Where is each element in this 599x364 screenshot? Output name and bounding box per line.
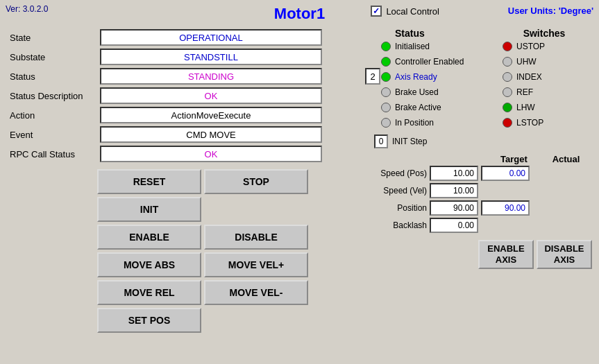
switch-indicators: USTOPUHWINDEXREFLHWLSTOP	[503, 39, 586, 130]
set-pos-button[interactable]: SET POS	[97, 308, 201, 333]
state-label-1: Substate	[7, 47, 97, 67]
ta-target-0[interactable]: 10.00	[430, 166, 478, 181]
ta-actual-0: 0.00	[481, 166, 530, 181]
init-button[interactable]: INIT	[97, 197, 201, 222]
status-indicator-4: Brake Active	[381, 100, 503, 115]
status-indicator-1: Controller Enabled	[381, 54, 503, 69]
status-indicator-3: Brake Used	[381, 85, 503, 100]
local-control-checkbox[interactable]: ✓	[371, 6, 382, 17]
state-table: StateOPERATIONALSubstateSTANDSTILLStatus…	[7, 28, 361, 164]
state-value-cell-4: ActionMoveExecute	[97, 105, 361, 125]
status-indicator-label-0: Initialised	[395, 42, 430, 51]
user-units-label: User Units: 'Degree'	[508, 6, 593, 16]
status-indicator-label-2: Axis Ready	[395, 72, 437, 82]
move-rel-button[interactable]: MOVE REL	[97, 280, 201, 305]
move-vel+-button[interactable]: MOVE VEL+	[204, 252, 308, 277]
switch-label-4: LHW	[516, 103, 535, 112]
state-value-cell-6: OK	[97, 144, 361, 164]
switch-led-0	[503, 42, 512, 51]
ta-target-3[interactable]: 0.00	[430, 218, 478, 233]
ta-row-2: Position90.0090.00	[371, 200, 592, 216]
axis-buttons: ENABLE AXIS DISABLE AXIS	[371, 240, 592, 269]
actual-header: Actual	[540, 154, 592, 164]
init-step-label: INIT Step	[392, 137, 427, 146]
state-value-box-4: ActionMoveExecute	[100, 107, 322, 123]
state-label-0: State	[7, 28, 97, 47]
switch-led-5	[503, 118, 512, 128]
status-indicator-2: Axis Ready	[381, 69, 503, 85]
switches-header: Switches	[503, 28, 586, 39]
switch-item-5: LSTOP	[503, 115, 586, 130]
switch-label-2: INDEX	[516, 72, 542, 82]
switch-led-3	[503, 87, 512, 97]
ta-actual-2: 90.00	[481, 200, 530, 216]
switch-item-1: UHW	[503, 54, 586, 69]
init-step-value: 0	[379, 137, 384, 146]
status-indicator-5: In Position	[381, 115, 503, 130]
switch-led-2	[503, 72, 512, 82]
state-value-cell-2: STANDING2	[97, 67, 361, 86]
status-led-4	[381, 103, 391, 112]
status-indicator-label-4: Brake Active	[395, 103, 441, 112]
status-indicator-label-3: Brake Used	[395, 87, 439, 97]
motor-title: Motor1	[274, 5, 325, 23]
switch-label-1: UHW	[516, 57, 537, 67]
move-vel--button[interactable]: MOVE VEL-	[204, 280, 308, 305]
switch-item-4: LHW	[503, 100, 586, 115]
state-label-2: Status	[7, 67, 97, 86]
ta-rows: Speed (Pos)10.000.00Speed (Vel)10.00Posi…	[371, 166, 592, 233]
state-label-3: Status Description	[7, 86, 97, 105]
ta-target-2[interactable]: 90.00	[430, 200, 478, 216]
ta-row-3: Backlash0.00	[371, 218, 592, 233]
checkbox-check-icon: ✓	[373, 6, 380, 16]
status-led-5	[381, 118, 391, 128]
local-control-area: ✓ Local Control	[371, 6, 439, 17]
status-indicators: InitialisedController EnabledAxis ReadyB…	[381, 39, 503, 130]
state-label-5: Event	[7, 125, 97, 144]
switch-item-0: USTOP	[503, 39, 586, 54]
ta-row-label-2: Position	[371, 203, 427, 213]
status-header: Status	[395, 28, 503, 39]
state-value-box-5: CMD MOVE	[100, 126, 322, 143]
state-value-box-0: OPERATIONAL	[100, 29, 322, 46]
reset-button[interactable]: RESET	[97, 169, 201, 194]
enable-axis-button[interactable]: ENABLE AXIS	[478, 240, 534, 269]
state-label-6: RPC Call Status	[7, 144, 97, 164]
status-led-1	[381, 57, 391, 67]
disable-button[interactable]: DISABLE	[204, 225, 308, 250]
state-value-box-3: OK	[100, 87, 322, 104]
state-value-cell-5: CMD MOVE	[97, 125, 361, 144]
init-step-row: 0 INIT Step	[371, 135, 592, 148]
target-actual: Target Actual Speed (Pos)10.000.00Speed …	[371, 154, 592, 233]
state-value-cell-3: OK	[97, 86, 361, 105]
state-value-box-1: STANDSTILL	[100, 49, 322, 65]
ta-row-1: Speed (Vel)10.00	[371, 183, 592, 198]
status-led-0	[381, 42, 391, 51]
status-indicator-0: Initialised	[381, 39, 503, 54]
disable-axis-button[interactable]: DISABLE AXIS	[537, 240, 592, 269]
switch-item-2: INDEX	[503, 69, 586, 85]
ta-header-row: Target Actual	[371, 154, 592, 164]
move-abs-button[interactable]: MOVE ABS	[97, 252, 201, 277]
buttons-area: RESETSTOPINITENABLEDISABLEMOVE ABSMOVE V…	[97, 169, 361, 333]
switch-label-0: USTOP	[516, 42, 545, 51]
stop-button[interactable]: STOP	[204, 169, 308, 194]
enable-button[interactable]: ENABLE	[97, 225, 201, 250]
right-panel: Status InitialisedController EnabledAxis…	[368, 28, 592, 333]
status-section: Status InitialisedController EnabledAxis…	[381, 28, 503, 130]
status-indicator-label-5: In Position	[395, 118, 434, 128]
local-control-label: Local Control	[386, 6, 439, 17]
switch-led-1	[503, 57, 512, 67]
target-header: Target	[488, 154, 540, 164]
left-panel: StateOPERATIONALSubstateSTANDSTILLStatus…	[7, 28, 361, 333]
ta-target-1[interactable]: 10.00	[430, 183, 478, 198]
ta-row-label-3: Backlash	[371, 220, 427, 230]
status-indicator-label-1: Controller Enabled	[395, 57, 464, 67]
state-value-cell-1: STANDSTILL	[97, 47, 361, 67]
switch-item-3: REF	[503, 85, 586, 100]
status-number: 2	[365, 68, 380, 85]
ta-row-label-1: Speed (Vel)	[371, 186, 427, 196]
version-label: Ver: 3.0.2.0	[6, 4, 48, 14]
ta-row-label-0: Speed (Pos)	[371, 168, 427, 178]
state-label-4: Action	[7, 105, 97, 125]
